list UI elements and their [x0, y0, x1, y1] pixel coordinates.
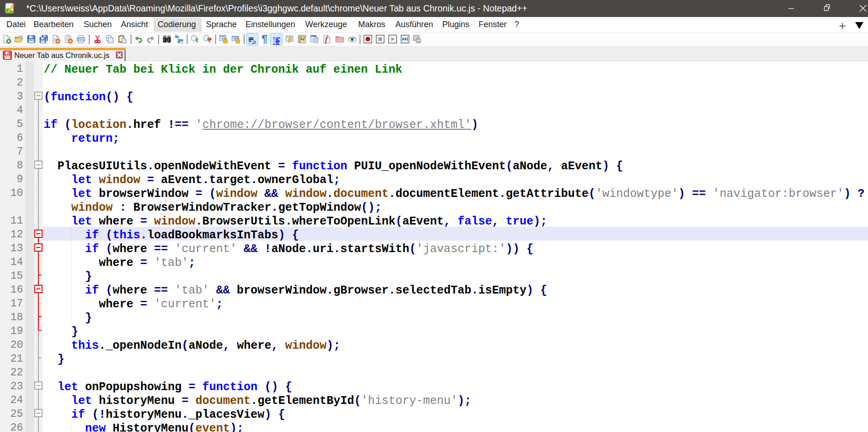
svg-text:ab: ab: [180, 40, 183, 43]
svg-text:uc: uc: [417, 40, 420, 43]
svg-text:¶: ¶: [262, 35, 268, 44]
